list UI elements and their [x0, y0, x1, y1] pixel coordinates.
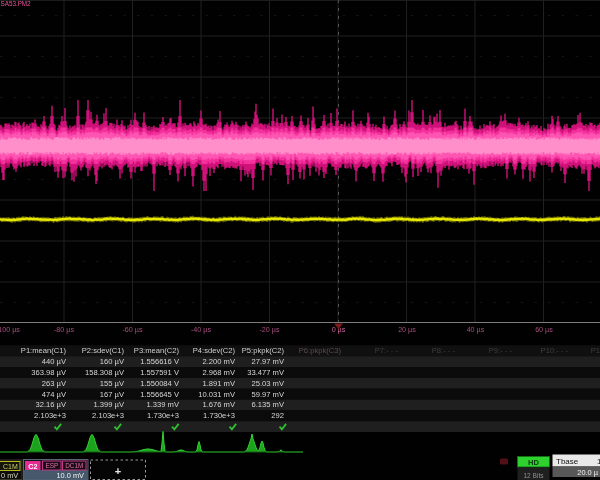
- svg-text:160 µV: 160 µV: [100, 357, 125, 366]
- svg-text:P4:sdev(C2): P4:sdev(C2): [193, 346, 236, 355]
- svg-text:1.730e+3: 1.730e+3: [203, 411, 235, 420]
- svg-text:32.16 µV: 32.16 µV: [35, 400, 66, 409]
- svg-text:263 µV: 263 µV: [42, 379, 67, 388]
- svg-text:DC1M: DC1M: [65, 462, 83, 469]
- svg-text:P6:pkpk(C3): P6:pkpk(C3): [299, 346, 342, 355]
- svg-text:167 µV: 167 µV: [100, 390, 125, 399]
- svg-text:363.98 µV: 363.98 µV: [31, 368, 67, 377]
- svg-text:C2: C2: [28, 462, 37, 471]
- svg-text:20 µs: 20 µs: [398, 325, 416, 334]
- svg-text:P9:- - -: P9:- - -: [489, 346, 513, 355]
- svg-text:155 µV: 155 µV: [100, 379, 125, 388]
- svg-text:474 µV: 474 µV: [42, 390, 67, 399]
- svg-text:100 µs: 100 µs: [0, 325, 20, 334]
- svg-text:P8:- - -: P8:- - -: [432, 346, 456, 355]
- svg-text:158.308 µV: 158.308 µV: [85, 368, 125, 377]
- svg-text:10.0 mV: 10.0 mV: [56, 471, 84, 480]
- svg-text:25.03 mV: 25.03 mV: [251, 379, 284, 388]
- svg-text:P3:mean(C2): P3:mean(C2): [134, 346, 180, 355]
- svg-text:-60 µs: -60 µs: [122, 325, 143, 334]
- svg-text:-20 µs: -20 µs: [259, 325, 280, 334]
- svg-text:6.135 mV: 6.135 mV: [251, 400, 284, 409]
- svg-text:C1M: C1M: [3, 463, 18, 470]
- svg-text:2.200 mV: 2.200 mV: [202, 357, 235, 366]
- svg-text:20.0 µ: 20.0 µ: [577, 468, 598, 477]
- svg-text:+: +: [115, 465, 121, 477]
- svg-text:-80 µs: -80 µs: [54, 325, 75, 334]
- svg-text:1.557591 V: 1.557591 V: [140, 368, 180, 377]
- svg-text:-40 µs: -40 µs: [191, 325, 212, 334]
- svg-text:P5:pkpk(C2): P5:pkpk(C2): [242, 346, 285, 355]
- svg-text:60 µs: 60 µs: [535, 325, 553, 334]
- svg-text:2.103e+3: 2.103e+3: [34, 411, 66, 420]
- svg-text:ESP: ESP: [45, 462, 58, 469]
- svg-text:P7:- - -: P7:- - -: [375, 346, 399, 355]
- svg-text:1.550084 V: 1.550084 V: [140, 379, 180, 388]
- svg-text:P10:- - -: P10:- - -: [541, 346, 569, 355]
- svg-text:12 Bits: 12 Bits: [523, 472, 544, 479]
- svg-text:1.556616 V: 1.556616 V: [140, 357, 180, 366]
- svg-text:292: 292: [271, 411, 284, 420]
- svg-text:10.031 mV: 10.031 mV: [198, 390, 236, 399]
- svg-text:2.103e+3: 2.103e+3: [92, 411, 124, 420]
- svg-text:P1: P1: [591, 346, 600, 355]
- svg-text:SA53.PM2: SA53.PM2: [1, 0, 32, 7]
- svg-text:40 µs: 40 µs: [467, 325, 485, 334]
- svg-text:Tbase: Tbase: [556, 457, 579, 466]
- svg-text:1.891 mV: 1.891 mV: [202, 379, 235, 388]
- svg-text:1.676 mV: 1.676 mV: [202, 400, 235, 409]
- svg-text:27.97 mV: 27.97 mV: [251, 357, 284, 366]
- svg-text:P1:mean(C1): P1:mean(C1): [21, 346, 67, 355]
- svg-text:440 µV: 440 µV: [42, 357, 67, 366]
- svg-text:P2:sdev(C1): P2:sdev(C1): [82, 346, 125, 355]
- svg-text:HD: HD: [528, 458, 539, 467]
- svg-text:1.556645 V: 1.556645 V: [140, 390, 180, 399]
- svg-text:1.730e+3: 1.730e+3: [147, 411, 179, 420]
- svg-text:1.399 µV: 1.399 µV: [93, 400, 124, 409]
- svg-text:2.968 mV: 2.968 mV: [202, 368, 235, 377]
- svg-text:0 mV: 0 mV: [1, 471, 18, 480]
- svg-text:33.477 mV: 33.477 mV: [247, 368, 285, 377]
- svg-text:1.339 mV: 1.339 mV: [146, 400, 179, 409]
- svg-text:59.97 mV: 59.97 mV: [251, 390, 284, 399]
